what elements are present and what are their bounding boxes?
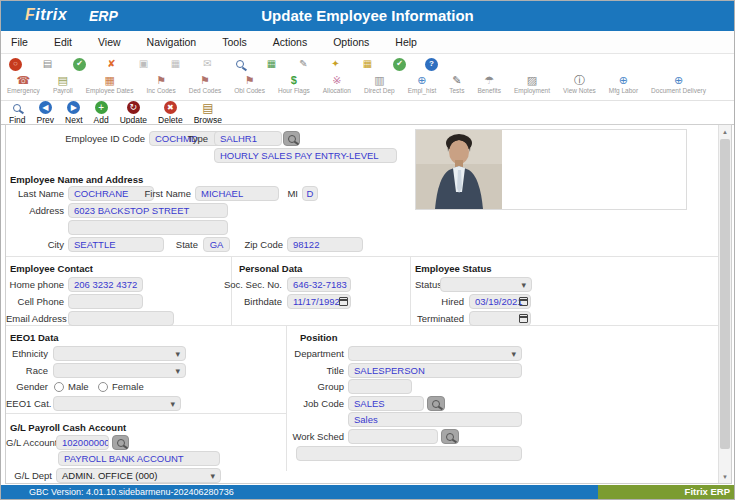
inc-codes-icon: ⚑ (156, 74, 166, 86)
menu-navigation[interactable]: Navigation (147, 36, 197, 48)
hired-calendar-icon[interactable] (519, 297, 528, 306)
scrollbar-thumb[interactable] (720, 139, 730, 449)
key-icon[interactable]: ✦ (329, 58, 342, 71)
module-allocation[interactable]: ※Allocation (323, 74, 351, 94)
birthdate-calendar-icon[interactable] (339, 297, 348, 306)
exit-icon[interactable]: ○ (9, 58, 22, 71)
eeo1-cat-select[interactable] (53, 396, 181, 411)
menu-help[interactable]: Help (395, 36, 417, 48)
module-benefits[interactable]: ☂Benefits (477, 74, 501, 94)
cancel-icon[interactable]: ✘ (105, 58, 118, 71)
ethnicity-label: Ethnicity (6, 346, 48, 361)
module-payroll[interactable]: ▤Payroll (53, 74, 73, 94)
edit-note-icon[interactable]: ✎ (297, 58, 310, 71)
module-mfg-labor[interactable]: ⊕Mfg Labor (609, 74, 638, 94)
module-hour-flags[interactable]: $Hour Flags (278, 74, 310, 94)
print-icon[interactable]: ▤ (41, 58, 54, 71)
ssn-input[interactable]: 646-32-7183 (287, 277, 351, 292)
gender-label: Gender (6, 379, 48, 394)
male-radio[interactable] (54, 382, 64, 392)
add-button[interactable]: +Add (94, 101, 109, 125)
module-employment[interactable]: ▨Employment (514, 74, 550, 94)
city-input[interactable]: SEATTLE (68, 237, 164, 252)
menu-options[interactable]: Options (333, 36, 369, 48)
zip-input[interactable]: 98122 (287, 237, 363, 252)
first-name-input[interactable]: MICHAEL (195, 186, 279, 201)
state-input[interactable]: GA (203, 237, 230, 252)
eeo1-cat-label: EEO1 Cat. (6, 396, 48, 411)
scroll-up-arrow[interactable]: ▲ (719, 125, 731, 138)
module-inc-codes[interactable]: ⚑Inc Codes (146, 74, 175, 94)
menu-file[interactable]: File (11, 36, 28, 48)
ded-codes-icon: ⚑ (200, 74, 210, 86)
search-icon[interactable] (233, 58, 246, 71)
type-input[interactable]: SALHR1 (214, 131, 282, 146)
address1-input[interactable]: 6023 BACKSTOP STREET (68, 203, 228, 218)
module-emergency[interactable]: ☎Emergency (7, 74, 40, 94)
job-code-input[interactable]: SALES (348, 396, 424, 411)
update-button[interactable]: ↻Update (120, 101, 147, 125)
status-select[interactable] (440, 277, 532, 292)
eeo1-section: EEO1 Data (10, 332, 59, 343)
department-select[interactable] (348, 346, 522, 361)
calendar-icon[interactable]: ▦ (361, 58, 374, 71)
email-input[interactable] (68, 311, 174, 326)
work-sched-input[interactable] (348, 429, 438, 444)
find-button[interactable]: Find (9, 101, 26, 125)
schedule-icon[interactable]: ▦ (265, 58, 278, 71)
position-title-input[interactable]: SALESPERSON (348, 363, 522, 378)
female-radio[interactable] (98, 382, 108, 392)
module-empl-hist[interactable]: ⊕Empl_hist (408, 74, 437, 94)
module-label: Document Delivery (651, 87, 706, 94)
module-tests[interactable]: ✎Tests (449, 74, 464, 94)
module-obl-codes[interactable]: ⚑Obl Codes (234, 74, 265, 94)
birthdate-label: Birthdate (196, 294, 282, 309)
obl-codes-icon: ⚑ (245, 74, 255, 86)
module-direct-dep[interactable]: ▥Direct Dep (364, 74, 395, 94)
module-ded-codes[interactable]: ⚑Ded Codes (189, 74, 222, 94)
module-employee-dates[interactable]: ▦Employee Dates (86, 74, 134, 94)
paste-icon[interactable]: ▦ (169, 58, 182, 71)
confirm-icon[interactable]: ✔ (73, 58, 86, 71)
copy-icon[interactable]: ▣ (137, 58, 150, 71)
mi-input[interactable]: D (302, 186, 318, 201)
module-label: Hour Flags (278, 87, 310, 94)
address2-input[interactable] (68, 220, 228, 235)
employee-id-label: Employee ID Code (42, 131, 145, 146)
work-sched-label: Work Sched (256, 429, 344, 444)
menu-actions[interactable]: Actions (273, 36, 307, 48)
find-icon (11, 101, 24, 114)
race-select[interactable] (53, 363, 186, 378)
home-phone-input[interactable]: 206 3232 4372 (68, 277, 143, 292)
module-view-notes[interactable]: ⓘView Notes (563, 74, 596, 94)
ethnicity-select[interactable] (53, 346, 186, 361)
gl-dept-select[interactable]: ADMIN. OFFICE (000) (56, 468, 221, 483)
terminated-calendar-icon[interactable] (519, 314, 528, 323)
module-document-delivery[interactable]: ⊕Document Delivery (651, 74, 706, 94)
menu-edit[interactable]: Edit (54, 36, 72, 48)
menu-tools[interactable]: Tools (222, 36, 247, 48)
gl-account-description: PAYROLL BANK ACCOUNT (58, 451, 220, 466)
lookup-magnifier-icon (288, 135, 296, 143)
browse-button[interactable]: ▤Browse (194, 101, 222, 125)
delete-icon: ✖ (164, 101, 177, 114)
employee-dates-icon: ▦ (104, 74, 114, 86)
approve-icon[interactable]: ✔ (393, 58, 406, 71)
work-sched-lookup-button[interactable] (441, 429, 459, 444)
prev-button[interactable]: ◀Prev (37, 101, 54, 125)
delete-button[interactable]: ✖Delete (158, 101, 183, 125)
help-icon[interactable]: ? (425, 58, 438, 71)
next-button[interactable]: ▶Next (65, 101, 82, 125)
mail-icon[interactable]: ✉ (201, 58, 214, 71)
group-input[interactable] (348, 379, 412, 394)
vertical-scrollbar[interactable]: ▲ ▼ (718, 125, 731, 483)
module-label: Mfg Labor (609, 87, 638, 94)
gl-account-input[interactable]: 102000000 (56, 435, 109, 450)
menu-view[interactable]: View (98, 36, 121, 48)
scroll-down-arrow[interactable]: ▼ (719, 470, 731, 483)
job-code-lookup-button[interactable] (427, 396, 445, 411)
module-label: Employment (514, 87, 550, 94)
cell-phone-input[interactable] (68, 294, 143, 309)
gl-account-lookup-button[interactable] (112, 435, 129, 450)
type-lookup-button[interactable] (283, 131, 300, 146)
